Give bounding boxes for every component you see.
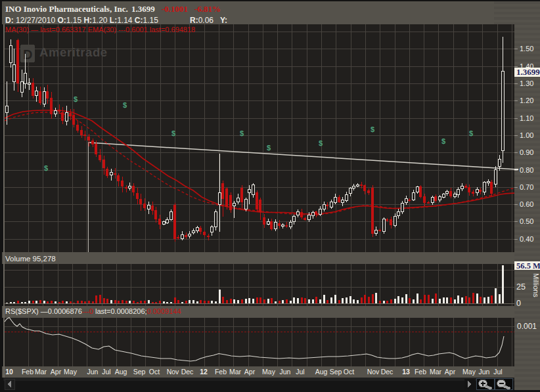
svg-text:$: $	[74, 95, 78, 103]
svg-text:12: 12	[200, 368, 208, 376]
svg-text:Jun: Jun	[479, 368, 490, 376]
svg-text:Feb: Feb	[22, 368, 34, 376]
svg-text:1.30: 1.30	[520, 79, 533, 87]
svg-text:56.5 M: 56.5 M	[516, 261, 540, 271]
svg-text:-6.81%: -6.81%	[194, 4, 221, 14]
svg-text:Dec: Dec	[381, 368, 394, 376]
svg-text:1.10: 1.10	[520, 114, 533, 122]
svg-text:$: $	[469, 129, 473, 137]
svg-text:R:0.06: R:0.06	[190, 16, 214, 25]
svg-text:Y:: Y:	[220, 16, 227, 25]
svg-text:D: D	[23, 47, 32, 62]
svg-text:May: May	[262, 368, 276, 376]
svg-text:Millions: Millions	[532, 273, 540, 297]
svg-text:0.70: 0.70	[520, 183, 533, 191]
svg-text:-0.1001: -0.1001	[162, 4, 188, 14]
svg-text:$: $	[44, 164, 48, 172]
svg-text:Aug: Aug	[315, 368, 328, 376]
svg-text:$: $	[371, 125, 374, 133]
svg-text:RS($SPX) —0.0006876---0 last=0: RS($SPX) —0.0006876---0 last=0.0008206;0…	[5, 307, 181, 315]
svg-text:0.90: 0.90	[520, 148, 533, 156]
svg-text:1.00: 1.00	[520, 131, 533, 139]
svg-text:Apr: Apr	[244, 368, 256, 376]
svg-text:Apr: Apr	[51, 368, 62, 376]
svg-text:Jul: Jul	[102, 368, 110, 376]
svg-text:Nov: Nov	[367, 368, 380, 376]
svg-text:Mar: Mar	[35, 368, 47, 376]
svg-text:$: $	[441, 137, 445, 145]
svg-text:Jul: Jul	[493, 368, 502, 376]
svg-text:$: $	[123, 101, 127, 109]
svg-text:1.50: 1.50	[520, 45, 533, 53]
svg-text:1.20: 1.20	[520, 97, 533, 104]
svg-text:Nov: Nov	[167, 368, 179, 376]
svg-text:25: 25	[516, 282, 526, 292]
svg-text:D: 12/27/2010 O:1.15 H:1.20 L:: D: 12/27/2010 O:1.15 H:1.20 L:1.14 C:1.1…	[5, 16, 158, 25]
svg-text:MA(30) — last=0.663317 EMA(30): MA(30) — last=0.663317 EMA(30) ---0.6001…	[5, 26, 195, 33]
svg-text:Aug: Aug	[115, 368, 127, 376]
svg-text:Ameritrade: Ameritrade	[39, 45, 108, 59]
svg-text:1.3699: 1.3699	[131, 4, 155, 14]
svg-text:Volume 95,278: Volume 95,278	[5, 255, 56, 263]
svg-text:May: May	[64, 368, 78, 376]
svg-text:0.60: 0.60	[520, 200, 533, 208]
svg-text:Sep: Sep	[330, 368, 342, 376]
svg-text:0.80: 0.80	[520, 166, 533, 174]
svg-text:May: May	[462, 368, 476, 376]
svg-text:Feb: Feb	[415, 368, 426, 376]
svg-text:$: $	[240, 129, 244, 137]
svg-text:$: $	[171, 129, 175, 137]
svg-text:1.3699: 1.3699	[516, 67, 540, 77]
svg-text:$: $	[267, 144, 271, 152]
svg-text:Sep: Sep	[133, 368, 146, 376]
svg-text:Oct: Oct	[149, 368, 160, 376]
svg-text:0: 0	[516, 299, 521, 308]
svg-text:10: 10	[5, 368, 13, 376]
svg-text:Dec: Dec	[181, 368, 194, 376]
svg-text:Jun: Jun	[280, 368, 291, 376]
svg-text:Feb: Feb	[215, 368, 227, 376]
svg-text:$: $	[319, 139, 323, 147]
svg-text:Jul: Jul	[296, 368, 304, 376]
svg-text:0.50: 0.50	[520, 217, 533, 225]
svg-text:Apr: Apr	[445, 368, 456, 376]
svg-text:Mar: Mar	[229, 368, 242, 376]
svg-text:13: 13	[402, 368, 410, 376]
svg-text:INO Inovio Pharmaceuticals, In: INO Inovio Pharmaceuticals, Inc.	[5, 4, 128, 14]
svg-text:Mar: Mar	[430, 368, 442, 376]
svg-text:Oct: Oct	[344, 368, 354, 376]
svg-text:0.40: 0.40	[520, 235, 533, 243]
svg-text:Jun: Jun	[87, 368, 99, 376]
svg-text:0.001: 0.001	[517, 322, 537, 331]
